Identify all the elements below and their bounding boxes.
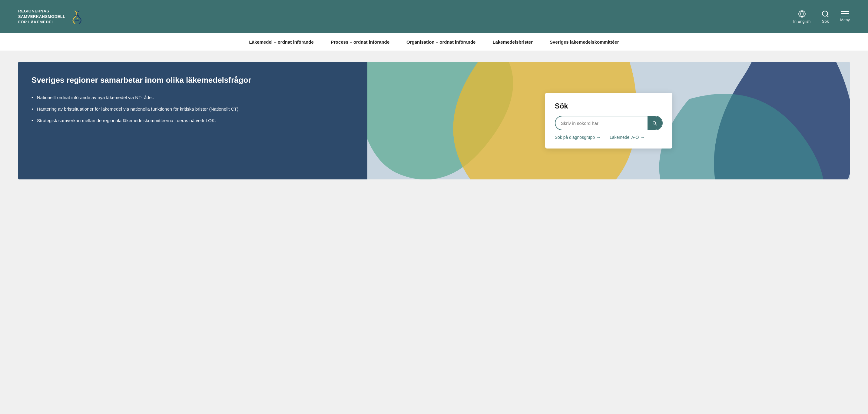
hero-bullet-1: Nationellt ordnat införande av nya läkem…	[31, 94, 355, 101]
logo-area: REGIONERNAS SAMVERKANSMODELL FÖR LÄKEMED…	[18, 8, 85, 25]
svg-line-3	[76, 18, 79, 19]
nav-item-brister[interactable]: Läkemedelsbrister	[484, 34, 541, 50]
in-english-label: In English	[793, 19, 810, 24]
hero-left-panel: Sveriges regioner samarbetar inom olika …	[18, 62, 367, 179]
hero-right-panel: Sök Sök på diagnosgrupp → Läkemedel A-Ö …	[367, 62, 850, 179]
search-input-row	[555, 116, 663, 130]
hero-bullet-3: Strategisk samverkan mellan de regionala…	[31, 117, 355, 124]
main-nav: Läkemedel – ordnat införande Process – o…	[0, 33, 868, 51]
search-card: Sök Sök på diagnosgrupp → Läkemedel A-Ö …	[545, 93, 672, 148]
svg-point-0	[70, 9, 85, 24]
menu-button[interactable]: Meny	[840, 11, 850, 23]
nav-item-organisation[interactable]: Organisation – ordnat införande	[398, 34, 484, 50]
hero-section: Sveriges regioner samarbetar inom olika …	[0, 51, 868, 190]
hero-bullet-2: Hantering av bristsituationer för läkeme…	[31, 106, 355, 113]
lakemedel-az-link[interactable]: Läkemedel A-Ö →	[610, 135, 645, 140]
arrow-icon-2: →	[640, 135, 645, 140]
hero-heading: Sveriges regioner samarbetar inom olika …	[31, 75, 355, 86]
search-icon	[822, 10, 829, 18]
dna-logo-icon	[70, 9, 85, 25]
search-quick-links: Sök på diagnosgrupp → Läkemedel A-Ö →	[555, 135, 663, 140]
logo-text: REGIONERNAS SAMVERKANSMODELL FÖR LÄKEMED…	[18, 8, 65, 25]
site-header: REGIONERNAS SAMVERKANSMODELL FÖR LÄKEMED…	[0, 0, 868, 33]
nav-item-lakemedel[interactable]: Läkemedel – ordnat införande	[241, 34, 322, 50]
in-english-button[interactable]: In English	[793, 10, 810, 24]
diagnosgrupp-link[interactable]: Sök på diagnosgrupp →	[555, 135, 601, 140]
svg-line-8	[827, 16, 828, 17]
menu-icon	[841, 11, 849, 17]
search-label: Sök	[822, 19, 829, 24]
search-input[interactable]	[555, 117, 648, 129]
globe-icon	[798, 10, 806, 18]
hero-bullet-list: Nationellt ordnat införande av nya läkem…	[31, 94, 355, 124]
menu-label: Meny	[840, 18, 850, 22]
search-submit-button[interactable]	[648, 116, 662, 130]
arrow-icon-1: →	[596, 135, 601, 140]
header-search-button[interactable]: Sök	[822, 10, 829, 24]
search-card-heading: Sök	[555, 102, 663, 110]
nav-item-process[interactable]: Process – ordnat införande	[322, 34, 398, 50]
header-actions: In English Sök Meny	[793, 10, 850, 24]
search-submit-icon	[652, 120, 657, 126]
nav-item-kommitteer[interactable]: Sveriges läkemedelskommittéer	[541, 34, 627, 50]
